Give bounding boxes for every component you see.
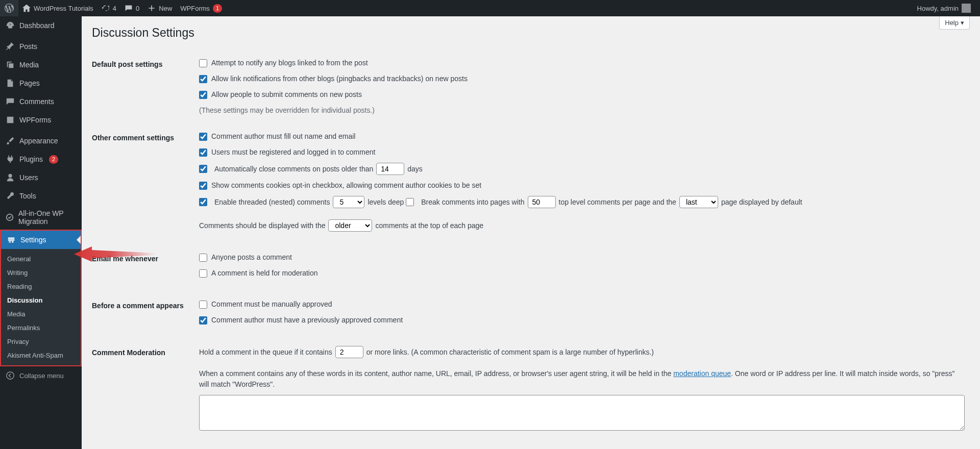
menu-users[interactable]: Users — [0, 168, 82, 187]
chk-require-login[interactable] — [199, 148, 207, 157]
page-title: Discussion Settings — [92, 21, 970, 50]
updates-link[interactable]: 4 — [97, 0, 120, 16]
menu-dashboard[interactable]: Dashboard — [0, 16, 82, 35]
thread-depth-select[interactable]: 5 — [333, 196, 364, 208]
menu-wpforms[interactable]: WPForms — [0, 111, 82, 129]
menu-label: Plugins — [19, 155, 43, 163]
site-title: WordPress Tutorials — [34, 5, 93, 12]
menu-appearance[interactable]: Appearance — [0, 132, 82, 150]
submenu-privacy[interactable]: Privacy — [1, 335, 81, 348]
opt-email-held[interactable]: A comment is held for moderation — [199, 268, 965, 279]
opt-manual-approve[interactable]: Comment must be manually approved — [199, 299, 965, 310]
opt-allow-pingbacks[interactable]: Allow link notifications from other blog… — [199, 73, 965, 84]
default-page-select[interactable]: last — [679, 196, 718, 208]
opt-prev-approved[interactable]: Comment author must have a previously ap… — [199, 315, 965, 326]
opt-threaded-comments[interactable]: Enable threaded (nested) comments 5 leve… — [199, 196, 404, 208]
chk-prev-approved[interactable] — [199, 316, 207, 325]
comment-icon — [125, 4, 133, 12]
site-name-link[interactable]: WordPress Tutorials — [18, 0, 97, 16]
close-days-input[interactable] — [376, 163, 404, 175]
comments-per-page-input[interactable] — [528, 196, 556, 208]
section-heading-before: Before a comment appears — [92, 291, 194, 338]
opt-email-anyone-posts[interactable]: Anyone posts a comment — [199, 252, 965, 263]
comments-count: 0 — [136, 5, 139, 12]
section-heading-default: Default post settings — [92, 50, 194, 123]
menu-label: Tools — [19, 192, 36, 200]
menu-label: WPForms — [19, 116, 51, 124]
plugin-icon — [5, 154, 15, 164]
menu-tools[interactable]: Tools — [0, 187, 82, 205]
opt-allow-comments[interactable]: Allow people to submit comments on new p… — [199, 89, 965, 100]
chk-close-comments[interactable] — [199, 165, 207, 173]
opt-notify-blogs[interactable]: Attempt to notify any blogs linked to fr… — [199, 58, 965, 68]
section-heading-other: Other comment settings — [92, 123, 194, 244]
moderation-queue-link[interactable]: moderation queue — [673, 369, 731, 378]
default-post-hint: (These settings may be overridden for in… — [199, 105, 965, 116]
brush-icon — [5, 136, 15, 146]
menu-label: Pages — [19, 79, 40, 87]
menu-label: Appearance — [19, 137, 58, 145]
chevron-down-icon: ▾ — [961, 19, 964, 27]
chk-threaded-comments[interactable] — [199, 198, 207, 206]
submenu-writing[interactable]: Writing — [1, 266, 81, 280]
comment-order-select[interactable]: older — [328, 219, 372, 232]
wpforms-label: WPForms — [180, 5, 210, 12]
opt-cookies-optin[interactable]: Show comments cookies opt-in checkbox, a… — [199, 180, 965, 191]
svg-rect-4 — [12, 241, 14, 243]
moderation-keys-textarea[interactable] — [199, 395, 965, 431]
opt-paginate-comments[interactable]: Break comments into pages with top level… — [406, 196, 802, 208]
chk-allow-pingbacks[interactable] — [199, 75, 207, 83]
wordpress-icon — [4, 3, 14, 13]
chk-allow-comments[interactable] — [199, 91, 207, 99]
admin-bar: WordPress Tutorials 4 0 New WPForms 1 H — [0, 0, 980, 16]
pin-icon — [5, 41, 15, 52]
account-link[interactable]: Howdy, admin — [913, 0, 975, 16]
svg-rect-1 — [8, 238, 15, 239]
chk-notify-blogs[interactable] — [199, 59, 207, 67]
comments-link[interactable]: 0 — [120, 0, 143, 16]
svg-rect-2 — [8, 239, 15, 241]
collapse-label: Collapse menu — [19, 372, 64, 380]
home-icon — [22, 4, 31, 12]
opt-close-comments[interactable]: Automatically close comments on posts ol… — [199, 163, 423, 175]
media-icon — [5, 60, 15, 70]
submenu-akismet[interactable]: Akismet Anti-Spam — [1, 348, 81, 362]
submenu-permalinks[interactable]: Permalinks — [1, 321, 81, 335]
chk-cookies-optin[interactable] — [199, 182, 207, 190]
wpforms-link[interactable]: WPForms 1 — [176, 0, 226, 16]
chk-paginate-comments[interactable] — [406, 198, 414, 206]
chk-require-name-email[interactable] — [199, 133, 207, 141]
dashboard-icon — [5, 20, 15, 31]
submenu-media[interactable]: Media — [1, 307, 81, 321]
user-icon — [5, 172, 15, 183]
submenu-reading[interactable]: Reading — [1, 280, 81, 293]
collapse-icon — [5, 370, 15, 381]
menu-comments[interactable]: Comments — [0, 92, 82, 111]
page-icon — [5, 78, 15, 88]
help-tab[interactable]: Help ▾ — [939, 16, 970, 30]
chk-manual-approve[interactable] — [199, 301, 207, 309]
plus-icon — [148, 4, 156, 12]
wp-logo[interactable] — [0, 0, 18, 16]
new-content-link[interactable]: New — [143, 0, 176, 16]
menu-settings[interactable]: Settings — [1, 231, 81, 249]
menu-media[interactable]: Media — [0, 56, 82, 74]
main-content: Help ▾ Discussion Settings Default post … — [82, 16, 980, 449]
menu-pages[interactable]: Pages — [0, 74, 82, 92]
max-links-input[interactable] — [335, 346, 363, 358]
opt-require-login[interactable]: Users must be registered and logged in t… — [199, 147, 965, 158]
submenu-general[interactable]: General — [1, 252, 81, 266]
menu-label: Settings — [20, 236, 46, 244]
chk-email-held[interactable] — [199, 269, 207, 278]
menu-aiowp[interactable]: All-in-One WP Migration — [0, 205, 82, 230]
submenu-discussion[interactable]: Discussion — [1, 293, 81, 307]
chk-email-anyone-posts[interactable] — [199, 254, 207, 262]
plugin-badge: 2 — [49, 155, 58, 164]
menu-label: Posts — [19, 42, 37, 51]
menu-plugins[interactable]: Plugins 2 — [0, 150, 82, 168]
menu-posts[interactable]: Posts — [0, 37, 82, 56]
moderation-description: When a comment contains any of these wor… — [199, 368, 965, 390]
collapse-menu[interactable]: Collapse menu — [0, 366, 82, 385]
opt-require-name-email[interactable]: Comment author must fill out name and em… — [199, 131, 965, 142]
new-label: New — [159, 5, 172, 12]
